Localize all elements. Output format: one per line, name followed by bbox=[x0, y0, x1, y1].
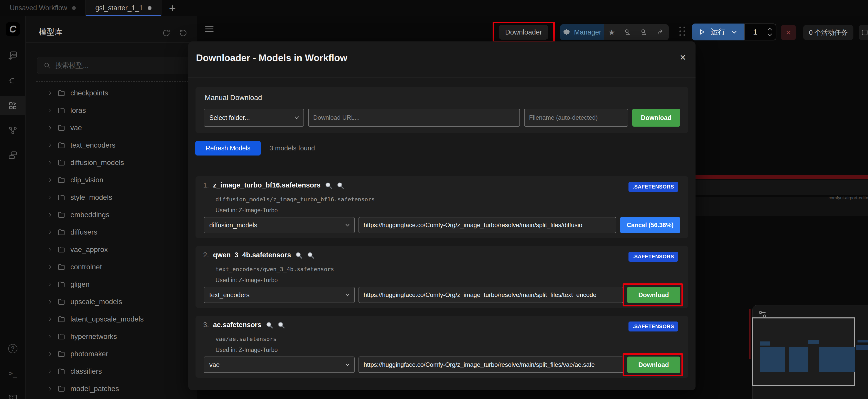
manual-filename-input[interactable] bbox=[524, 109, 628, 127]
model-list: 1. z_image_turbo_bf16.safetensors .SAFET… bbox=[195, 176, 688, 386]
model-folder-row[interactable]: loras bbox=[26, 102, 197, 119]
chevron-right-icon bbox=[47, 282, 53, 287]
menu-icon[interactable] bbox=[205, 25, 214, 33]
rail-item-gallery[interactable] bbox=[0, 46, 26, 65]
chevron-right-icon bbox=[47, 352, 53, 357]
app-window: Unsaved Workflow gsl_starter_1_1 + C bbox=[0, 0, 868, 399]
model-folder-row[interactable]: controlnet bbox=[26, 258, 197, 276]
model-folder-row[interactable]: text_encoders bbox=[26, 137, 197, 154]
tab-gsl-starter[interactable]: gsl_starter_1_1 bbox=[86, 0, 161, 16]
model-url-input[interactable] bbox=[359, 217, 616, 233]
model-card: 3. ae.safetensors .SAFETENSORS vae/ae.sa… bbox=[195, 316, 688, 378]
manual-folder-select[interactable]: Select folder... bbox=[204, 109, 304, 127]
toolbar-drag-handle[interactable] bbox=[679, 27, 685, 36]
batch-count-input[interactable]: 1 bbox=[744, 24, 776, 40]
rail-item-help[interactable]: ? bbox=[0, 339, 26, 358]
model-folder-row[interactable]: hypernetworks bbox=[26, 328, 197, 345]
folder-icon bbox=[58, 176, 65, 184]
vacuum-icon[interactable] bbox=[624, 28, 631, 36]
folder-label: classifiers bbox=[70, 367, 102, 375]
close-icon[interactable]: × bbox=[680, 52, 686, 62]
model-folder-row[interactable]: diffusion_models bbox=[26, 154, 197, 171]
sidebar-rail: C bbox=[0, 16, 26, 399]
manual-url-input[interactable] bbox=[308, 109, 520, 127]
magnifier-icon[interactable] bbox=[307, 252, 314, 259]
folder-select[interactable]: vae bbox=[204, 357, 355, 373]
run-button[interactable]: 运行 bbox=[692, 24, 744, 40]
count-spinner[interactable] bbox=[766, 28, 776, 36]
manual-download-button[interactable]: Download bbox=[632, 109, 680, 127]
downloader-button[interactable]: Downloader bbox=[499, 25, 548, 40]
model-folder-row[interactable] bbox=[26, 397, 197, 399]
folder-label: vae_approx bbox=[70, 245, 108, 254]
model-used-in: Used in: Z-Image-Turbo bbox=[215, 277, 278, 284]
panel-icon bbox=[861, 29, 868, 36]
magnifier-icon[interactable] bbox=[325, 181, 333, 189]
sync-icon[interactable] bbox=[179, 29, 188, 37]
comfy-logo[interactable]: C bbox=[6, 22, 20, 36]
folder-label: photomaker bbox=[70, 350, 108, 358]
model-folder-row[interactable]: style_models bbox=[26, 189, 197, 206]
file-type-badge: .SAFETENSORS bbox=[628, 252, 678, 262]
new-tab-button[interactable]: + bbox=[161, 0, 184, 16]
active-tasks-button[interactable]: 0 个活动任务 bbox=[803, 25, 854, 40]
search-placeholder: 搜索模型... bbox=[55, 61, 89, 70]
tab-label: Unsaved Workflow bbox=[10, 4, 67, 12]
model-folder-row[interactable]: vae bbox=[26, 119, 197, 137]
search-icon bbox=[43, 62, 51, 69]
magnifier-icon[interactable] bbox=[277, 321, 285, 329]
folder-icon bbox=[58, 228, 65, 236]
magnifier-icon[interactable] bbox=[295, 252, 303, 259]
model-folder-row[interactable]: vae_approx bbox=[26, 241, 197, 258]
model-library-icon bbox=[8, 101, 18, 110]
model-action-button[interactable]: Cancel (56.36%) bbox=[620, 217, 680, 233]
folder-select[interactable]: text_encoders bbox=[204, 287, 355, 303]
puzzle-icon bbox=[563, 28, 570, 36]
magnifier-icon[interactable] bbox=[266, 321, 273, 329]
model-url-input[interactable] bbox=[359, 357, 623, 373]
folder-icon bbox=[58, 298, 65, 306]
model-folder-row[interactable]: latent_upscale_models bbox=[26, 310, 197, 328]
model-folder-row[interactable]: classifiers bbox=[26, 363, 197, 380]
refresh-icon[interactable] bbox=[162, 29, 171, 37]
rail-item-model-library[interactable] bbox=[0, 96, 26, 115]
model-folder-row[interactable]: embeddings bbox=[26, 206, 197, 224]
manager-button[interactable]: Manager bbox=[560, 24, 604, 40]
share-icon[interactable] bbox=[657, 28, 664, 36]
folder-label: model_patches bbox=[70, 385, 119, 393]
vacuum-icon[interactable] bbox=[640, 28, 648, 36]
rail-item-queue[interactable] bbox=[0, 146, 26, 165]
model-index: 3. bbox=[203, 321, 209, 329]
rail-item-workflows[interactable] bbox=[0, 121, 26, 140]
folder-icon bbox=[58, 350, 65, 358]
search-input[interactable]: 搜索模型... bbox=[37, 57, 195, 74]
folder-icon bbox=[58, 315, 65, 323]
tab-unsaved-workflow[interactable]: Unsaved Workflow bbox=[0, 0, 86, 16]
rail-item-nodes[interactable] bbox=[0, 71, 26, 90]
folder-label: gligen bbox=[70, 280, 90, 289]
model-url-input[interactable] bbox=[359, 287, 623, 303]
batch-count-value: 1 bbox=[745, 28, 766, 36]
model-folder-row[interactable]: clip_vision bbox=[26, 171, 197, 189]
folder-select[interactable]: diffusion_models bbox=[204, 217, 355, 233]
model-folder-row[interactable]: checkpoints bbox=[26, 85, 197, 102]
rail-item-terminal[interactable]: >_ bbox=[0, 364, 26, 383]
model-folder-row[interactable]: model_patches bbox=[26, 380, 197, 397]
model-folder-row[interactable]: photomaker bbox=[26, 345, 197, 363]
model-used-in: Used in: Z-Image-Turbo bbox=[215, 346, 278, 354]
divider bbox=[195, 166, 688, 166]
model-index: 2. bbox=[203, 251, 209, 259]
model-folder-row[interactable]: diffusers bbox=[26, 224, 197, 241]
model-folder-row[interactable]: gligen bbox=[26, 276, 197, 293]
folder-icon bbox=[58, 141, 65, 149]
folder-icon bbox=[58, 159, 65, 167]
refresh-models-button[interactable]: Refresh Models bbox=[195, 141, 261, 156]
magnifier-icon[interactable] bbox=[337, 181, 344, 189]
star-icon[interactable]: ★ bbox=[608, 28, 615, 37]
model-folder-row[interactable]: upscale_models bbox=[26, 293, 197, 310]
rail-item-shortcuts[interactable] bbox=[0, 389, 26, 399]
download-annotation-box bbox=[623, 353, 683, 376]
cancel-run-button[interactable]: × bbox=[781, 25, 796, 40]
divider bbox=[26, 42, 197, 43]
clipped-toolbar-button[interactable] bbox=[859, 25, 868, 40]
